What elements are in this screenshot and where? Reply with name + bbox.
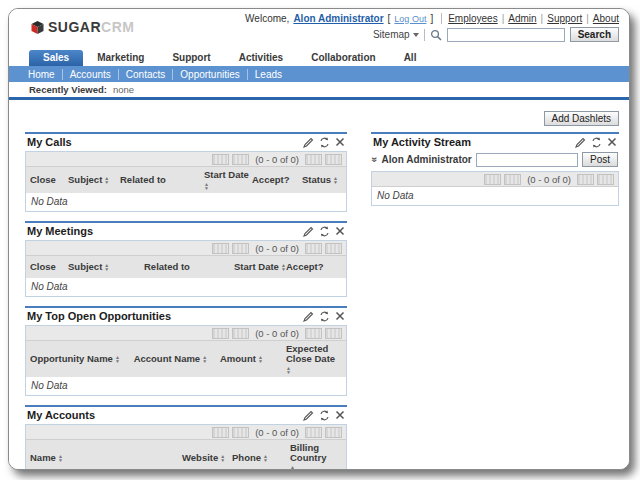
col-start-date[interactable]: Start Date▲▼ bbox=[234, 262, 286, 272]
bracket: [ bbox=[388, 13, 391, 24]
divider bbox=[424, 29, 425, 41]
dashlet-title: My Calls bbox=[27, 136, 72, 148]
subnav-accounts[interactable]: Accounts bbox=[63, 69, 119, 80]
pagination-text: (0 - 0 of 0) bbox=[252, 243, 302, 254]
user-profile-link[interactable]: Alon Administrator bbox=[293, 13, 383, 24]
page-prev-button[interactable] bbox=[504, 174, 521, 185]
tab-activities[interactable]: Activities bbox=[225, 50, 297, 66]
edit-pencil-icon[interactable] bbox=[303, 410, 314, 421]
col-name[interactable]: Name▲▼ bbox=[30, 453, 182, 463]
page-next-button[interactable] bbox=[305, 328, 322, 339]
refresh-icon[interactable] bbox=[319, 137, 330, 148]
about-link[interactable]: About bbox=[593, 13, 619, 24]
col-account-name[interactable]: Account Name▲▼ bbox=[134, 354, 220, 364]
sort-icon[interactable]: ▲▼ bbox=[104, 176, 109, 184]
dashlet-title: My Top Open Opportunities bbox=[27, 310, 171, 322]
page-next-button[interactable] bbox=[305, 427, 322, 438]
sort-icon[interactable]: ▲▼ bbox=[202, 355, 207, 363]
sort-icon[interactable]: ▲▼ bbox=[220, 454, 225, 462]
page-first-button[interactable] bbox=[212, 328, 229, 339]
sort-icon[interactable]: ▲▼ bbox=[290, 465, 295, 470]
tab-collaboration[interactable]: Collaboration bbox=[297, 50, 389, 66]
cube-logo-icon bbox=[31, 21, 44, 34]
page-next-button[interactable] bbox=[577, 174, 594, 185]
page-first-button[interactable] bbox=[212, 243, 229, 254]
sort-icon[interactable]: ▲▼ bbox=[58, 454, 63, 462]
refresh-icon[interactable] bbox=[319, 410, 330, 421]
admin-link[interactable]: Admin bbox=[508, 13, 536, 24]
close-icon[interactable] bbox=[335, 311, 346, 322]
tab-sales[interactable]: Sales bbox=[29, 50, 83, 66]
chevron-down-icon bbox=[413, 33, 419, 37]
dashlet-activity-stream: My Activity Stream » Alon Administrator … bbox=[371, 132, 619, 206]
col-expected-close-date[interactable]: Expected Close Date▲▼ bbox=[286, 344, 342, 374]
sort-icon[interactable]: ▲▼ bbox=[104, 263, 109, 271]
page-last-button[interactable] bbox=[325, 427, 342, 438]
employees-link[interactable]: Employees bbox=[448, 13, 497, 24]
sort-icon[interactable]: ▲▼ bbox=[204, 182, 209, 190]
page-next-button[interactable] bbox=[305, 154, 322, 165]
refresh-icon[interactable] bbox=[319, 311, 330, 322]
close-icon[interactable] bbox=[607, 137, 618, 148]
sort-icon[interactable]: ▲▼ bbox=[333, 176, 338, 184]
col-billing-country[interactable]: Billing Country▲▼ bbox=[290, 443, 342, 470]
edit-pencil-icon[interactable] bbox=[303, 226, 314, 237]
subnav-home[interactable]: Home bbox=[21, 69, 63, 80]
page-first-button[interactable] bbox=[212, 154, 229, 165]
sort-icon[interactable]: ▲▼ bbox=[258, 355, 263, 363]
col-website[interactable]: Website▲▼ bbox=[182, 453, 232, 463]
page-next-button[interactable] bbox=[305, 243, 322, 254]
edit-pencil-icon[interactable] bbox=[575, 137, 586, 148]
page-last-button[interactable] bbox=[597, 174, 614, 185]
tab-support[interactable]: Support bbox=[158, 50, 224, 66]
col-phone[interactable]: Phone▲▼ bbox=[232, 453, 290, 463]
refresh-icon[interactable] bbox=[319, 226, 330, 237]
collapse-chevron-icon[interactable]: » bbox=[369, 157, 380, 163]
search-button[interactable]: Search bbox=[570, 27, 619, 42]
tab-all[interactable]: All bbox=[390, 50, 431, 66]
sort-icon[interactable]: ▲▼ bbox=[115, 355, 120, 363]
close-icon[interactable] bbox=[335, 226, 346, 237]
page-prev-button[interactable] bbox=[232, 427, 249, 438]
dashlet-my-opportunities: My Top Open Opportunities (0 - 0 of 0) bbox=[25, 306, 347, 396]
subnav-opportunities[interactable]: Opportunities bbox=[173, 69, 247, 80]
sort-icon[interactable]: ▲▼ bbox=[286, 366, 291, 374]
pagination-bar: (0 - 0 of 0) bbox=[26, 425, 346, 440]
post-button[interactable]: Post bbox=[582, 152, 618, 167]
tab-marketing[interactable]: Marketing bbox=[83, 50, 158, 66]
logout-link[interactable]: Log Out bbox=[394, 14, 426, 24]
pagination-bar: (0 - 0 of 0) bbox=[26, 326, 346, 341]
page-first-button[interactable] bbox=[484, 174, 501, 185]
page-last-button[interactable] bbox=[325, 328, 342, 339]
page-prev-button[interactable] bbox=[232, 243, 249, 254]
edit-pencil-icon[interactable] bbox=[303, 311, 314, 322]
col-amount[interactable]: Amount▲▼ bbox=[220, 354, 286, 364]
col-subject[interactable]: Subject▲▼ bbox=[68, 175, 120, 185]
close-icon[interactable] bbox=[335, 410, 346, 421]
page-prev-button[interactable] bbox=[232, 328, 249, 339]
col-status[interactable]: Status▲▼ bbox=[302, 175, 342, 185]
sitemap-dropdown[interactable]: Sitemap bbox=[373, 29, 419, 40]
refresh-icon[interactable] bbox=[591, 137, 602, 148]
close-icon[interactable] bbox=[335, 137, 346, 148]
support-link[interactable]: Support bbox=[547, 13, 582, 24]
activity-post-input[interactable] bbox=[476, 153, 578, 167]
page-last-button[interactable] bbox=[325, 154, 342, 165]
search-icon[interactable] bbox=[430, 29, 442, 41]
col-subject[interactable]: Subject▲▼ bbox=[68, 262, 144, 272]
dashlet-my-accounts: My Accounts (0 - 0 of 0) bbox=[25, 405, 347, 470]
page-last-button[interactable] bbox=[325, 243, 342, 254]
col-start-date[interactable]: Start Date▲▼ bbox=[204, 170, 252, 190]
dashlet-title: My Accounts bbox=[27, 409, 95, 421]
subnav-leads[interactable]: Leads bbox=[248, 69, 289, 80]
sort-icon[interactable]: ▲▼ bbox=[263, 454, 268, 462]
col-opportunity-name[interactable]: Opportunity Name▲▼ bbox=[30, 354, 134, 364]
page-first-button[interactable] bbox=[212, 427, 229, 438]
edit-pencil-icon[interactable] bbox=[303, 137, 314, 148]
subnav-contacts[interactable]: Contacts bbox=[119, 69, 173, 80]
dashlet-my-meetings: My Meetings (0 - 0 of 0) bbox=[25, 221, 347, 297]
recently-viewed-label: Recently Viewed: bbox=[29, 84, 107, 95]
add-dashlets-button[interactable]: Add Dashlets bbox=[544, 111, 619, 126]
search-input[interactable] bbox=[447, 28, 565, 42]
page-prev-button[interactable] bbox=[232, 154, 249, 165]
